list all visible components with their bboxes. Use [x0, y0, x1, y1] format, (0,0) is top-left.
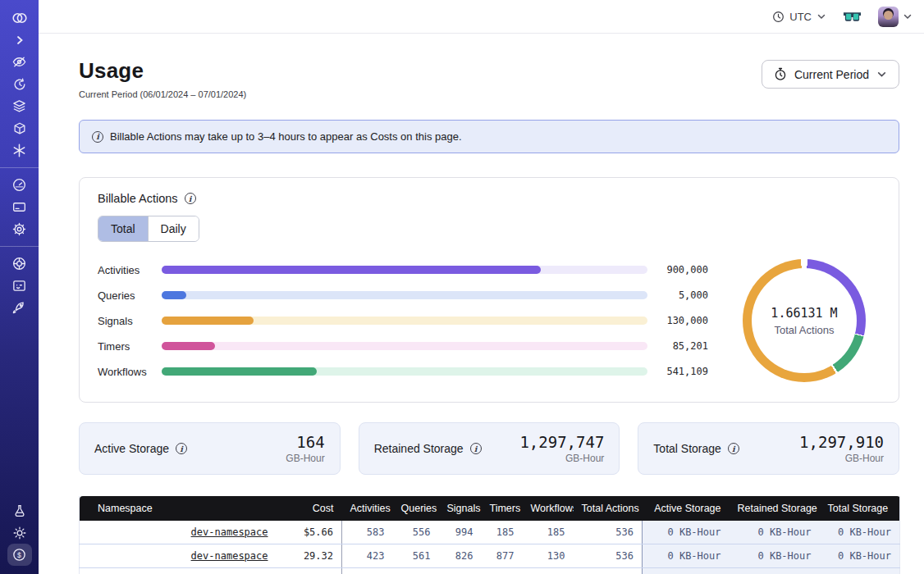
bar-value: 900,000: [656, 264, 708, 276]
nexus-asterisk-icon[interactable]: [7, 139, 32, 162]
settings-gear-icon[interactable]: [7, 218, 32, 240]
donut-center: 1.66131 M Total Actions: [752, 268, 857, 373]
total_actions-cell: 130: [574, 568, 643, 574]
cube-icon[interactable]: [7, 117, 32, 139]
column-header: Active Storage: [643, 496, 730, 521]
bar-value: 85,201: [656, 340, 708, 352]
cost-cell: 29.32: [277, 544, 342, 568]
active_storage-cell: 0 KB-Hour: [643, 521, 730, 544]
column-header: Activities: [342, 496, 393, 521]
queries-cell: 556: [393, 521, 439, 544]
table-row: dev-namespace29.324235618268771305360 KB…: [80, 544, 900, 568]
retained_storage-cell: 0 KB-Hour: [730, 544, 820, 568]
feedback-icon[interactable]: [7, 275, 32, 297]
signals-cell: 994: [439, 521, 482, 544]
bar-fill: [162, 367, 317, 376]
timezone-label: UTC: [789, 11, 812, 23]
storage-summary-row: Active Storage i 164 GB-Hour Retained St…: [79, 422, 899, 475]
active_storage-cell: 0 KB-Hour: [643, 544, 730, 568]
total-storage-card: Total Storage i 1,297,910 GB-Hour: [638, 422, 899, 475]
user-menu[interactable]: [878, 7, 913, 27]
namespace-cell: dev-namespace: [80, 521, 277, 544]
total_storage-cell: 0 KB-Hour: [820, 544, 900, 568]
pricing-coin-icon[interactable]: $: [7, 544, 32, 566]
namespace-cell: dev-namespace: [80, 544, 277, 568]
bar-value: 541,109: [656, 366, 708, 377]
cost-cell: $3.35: [277, 568, 342, 574]
page-title: Usage: [79, 58, 246, 84]
column-header: Total Actions: [574, 496, 643, 521]
total_storage-cell: 0 KB-Hour: [820, 521, 900, 544]
support-lifebuoy-icon[interactable]: [7, 253, 32, 275]
signals-cell: 883: [439, 568, 482, 574]
namespace-usage-table: NamespaceCostActivitiesQueriesSignalsTim…: [79, 496, 900, 574]
workflows-cell: 600: [523, 568, 574, 574]
bar-track: [162, 291, 647, 299]
labs-flask-icon[interactable]: [7, 499, 32, 522]
timers-cell: 877: [482, 544, 523, 568]
total-storage-label: Total Storage: [653, 442, 721, 455]
temporal-logo[interactable]: [7, 7, 32, 29]
bar-label: Queries: [98, 289, 153, 302]
bar-track: [162, 266, 647, 274]
usage-gauge-icon[interactable]: [7, 174, 32, 196]
donut-ring: 1.66131 M Total Actions: [743, 259, 866, 382]
billable-bars: Activities900,000Queries5,000Signals130,…: [98, 264, 708, 378]
info-icon[interactable]: i: [470, 443, 482, 454]
column-header: Cost: [277, 496, 342, 521]
namespaces-icon[interactable]: [7, 51, 32, 73]
signals-cell: 826: [439, 544, 482, 568]
sidebar-divider: [0, 246, 39, 247]
cost-cell: $5.66: [277, 521, 342, 544]
table-header-row: NamespaceCostActivitiesQueriesSignalsTim…: [80, 496, 900, 521]
timezone-selector[interactable]: UTC: [772, 11, 826, 23]
activities-cell: 492: [342, 568, 393, 574]
info-icon[interactable]: i: [185, 193, 196, 204]
banner-text: Billable Actions may take up to 3–4 hour…: [110, 130, 462, 143]
total-storage-value: 1,297,910: [799, 433, 884, 451]
workflows-cell: 130: [523, 544, 574, 568]
page-subtitle: Current Period (06/01/2024 – 07/01/2024): [79, 89, 246, 99]
period-selector-button[interactable]: Current Period: [762, 60, 899, 89]
total_actions-cell: 536: [574, 544, 643, 568]
column-header: Total Storage: [820, 496, 900, 521]
glasses-icon[interactable]: [843, 11, 862, 23]
namespace-link[interactable]: dev-namespace: [191, 550, 268, 562]
tab-total[interactable]: Total: [98, 216, 148, 241]
theme-sun-icon[interactable]: [7, 522, 32, 544]
tab-daily[interactable]: Daily: [148, 216, 199, 241]
retained_storage-cell: 0 KB-Hour: [730, 521, 820, 544]
billable-actions-title: Billable Actions: [98, 192, 178, 205]
dollar-glyph: $: [17, 551, 21, 559]
bar-value: 5,000: [656, 289, 708, 301]
info-icon: i: [92, 131, 103, 143]
namespace-link[interactable]: dev-namespace: [191, 526, 268, 538]
bar-fill: [162, 291, 186, 299]
schedules-icon[interactable]: [7, 73, 32, 95]
total-actions-label: Total Actions: [775, 324, 835, 336]
retained_storage-cell: 0 KB-Hour: [730, 568, 820, 574]
period-button-label: Current Period: [794, 68, 869, 81]
stopwatch-icon: [774, 67, 787, 81]
table-body: dev-namespace$5.665835569941851855360 KB…: [80, 521, 900, 574]
rocket-icon[interactable]: [7, 297, 32, 319]
timers-cell: 816: [482, 568, 523, 574]
bar-label: Signals: [98, 315, 153, 327]
retained-storage-label: Retained Storage: [374, 442, 464, 455]
active-storage-label: Active Storage: [94, 442, 169, 455]
info-icon[interactable]: i: [176, 443, 187, 454]
billing-card-icon[interactable]: [7, 196, 32, 218]
bar-fill: [162, 317, 254, 325]
layers-icon[interactable]: [7, 95, 32, 117]
bar-fill: [162, 266, 541, 274]
table-row: dev-namespace$3.354925368838166001300 KB…: [80, 568, 900, 574]
queries-cell: 561: [393, 544, 439, 568]
info-icon[interactable]: i: [728, 443, 739, 454]
chevron-right-icon[interactable]: [7, 29, 32, 51]
chevron-down-icon: [903, 11, 913, 21]
activities-cell: 583: [342, 521, 393, 544]
bar-label: Activities: [98, 264, 153, 276]
sidebar: $: [0, 0, 39, 574]
avatar[interactable]: [878, 7, 899, 27]
clock-icon: [772, 11, 784, 23]
